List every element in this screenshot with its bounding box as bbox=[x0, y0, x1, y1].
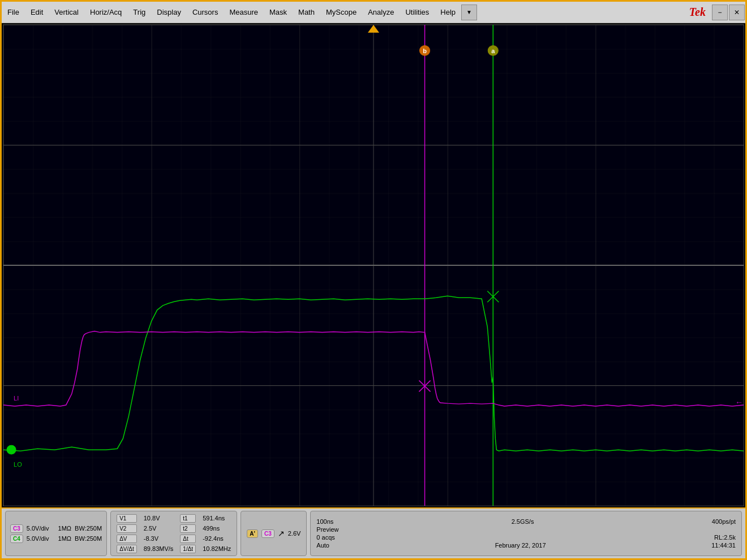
menu-file[interactable]: File bbox=[2, 2, 25, 23]
acq-row-3: 0 acqs RL:2.5k bbox=[316, 534, 736, 541]
t2-value: 499ns bbox=[203, 525, 231, 532]
acq-timebase: 100ns bbox=[316, 518, 333, 525]
c4-bw: BW:250M bbox=[75, 535, 102, 542]
acq-row-2: Preview bbox=[316, 526, 736, 533]
acq-row-1: 100ns 2.5GS/s 400ps/pt bbox=[316, 518, 736, 525]
dv-label: ΔV bbox=[117, 535, 137, 543]
dvdt-label: ΔV/Δt bbox=[117, 545, 137, 553]
trigger-a-prime-badge[interactable]: A' bbox=[247, 529, 258, 538]
menu-vertical[interactable]: Vertical bbox=[49, 2, 84, 23]
trigger-slope-icon: ↗ bbox=[278, 529, 285, 538]
svg-text:LO: LO bbox=[14, 461, 22, 468]
acq-time: 11:44:31 bbox=[711, 542, 736, 549]
c4-scale: 5.0V/div bbox=[27, 535, 49, 542]
svg-text:b: b bbox=[423, 48, 427, 54]
menu-mask[interactable]: Mask bbox=[264, 2, 293, 23]
menu-math[interactable]: Math bbox=[293, 2, 320, 23]
trigger-level: 2.6V bbox=[288, 530, 301, 537]
channel-info-panel: C3 5.0V/div 1MΩ BW:250M C4 5.0V/div 1MΩ … bbox=[5, 511, 107, 556]
trigger-panel: A' C3 ↗ 2.6V bbox=[241, 511, 307, 556]
dv-value: -8.3V bbox=[144, 535, 174, 542]
tek-logo: Tek bbox=[684, 6, 711, 19]
v1-value: 10.8V bbox=[144, 515, 174, 522]
main-window: File Edit Vertical Horiz/Acq Trig Displa… bbox=[0, 0, 747, 560]
menu-edit[interactable]: Edit bbox=[25, 2, 49, 23]
c4-spacer: 1MΩ bbox=[58, 535, 72, 542]
menu-horiz-acq[interactable]: Horiz/Acq bbox=[84, 2, 127, 23]
channel-c3-row: C3 5.0V/div 1MΩ BW:250M bbox=[10, 524, 102, 533]
svg-point-19 bbox=[7, 445, 16, 454]
menu-help[interactable]: Help bbox=[435, 2, 461, 23]
menu-trig[interactable]: Trig bbox=[127, 2, 151, 23]
acq-trigger-mode: Auto bbox=[316, 542, 329, 549]
inv-dt-value: 10.82MHz bbox=[203, 545, 231, 552]
dt-value: -92.4ns bbox=[203, 535, 231, 542]
channel-c4-row: C4 5.0V/div 1MΩ BW:250M bbox=[10, 535, 102, 543]
svg-text:←: ← bbox=[735, 398, 743, 407]
dt-label: Δt bbox=[180, 535, 196, 543]
display-area: b a bbox=[2, 23, 745, 507]
acq-sample-rate: 2.5GS/s bbox=[512, 518, 534, 525]
acq-rl: RL:2.5k bbox=[714, 534, 736, 541]
status-bar: C3 5.0V/div 1MΩ BW:250M C4 5.0V/div 1MΩ … bbox=[2, 507, 745, 558]
menubar: File Edit Vertical Horiz/Acq Trig Displa… bbox=[2, 2, 745, 23]
acq-row-4: Auto February 22, 2017 11:44:31 bbox=[316, 542, 736, 549]
acq-mode: Preview bbox=[316, 526, 338, 533]
minimize-button[interactable]: − bbox=[712, 5, 728, 20]
v1-label: V1 bbox=[117, 514, 137, 523]
waveform-display[interactable]: b a bbox=[3, 24, 744, 506]
svg-text:a: a bbox=[491, 48, 495, 54]
menu-cursors[interactable]: Cursors bbox=[187, 2, 224, 23]
t1-label: t1 bbox=[180, 514, 196, 523]
c4-badge[interactable]: C4 bbox=[10, 535, 23, 543]
inv-dt-label: 1/Δt bbox=[180, 545, 196, 553]
v2-label: V2 bbox=[117, 524, 137, 533]
t1-value: 591.4ns bbox=[203, 515, 231, 522]
t2-label: t2 bbox=[180, 524, 196, 533]
acq-date: February 22, 2017 bbox=[495, 542, 546, 549]
c3-bw: BW:250M bbox=[75, 525, 102, 532]
acq-count: 0 acqs bbox=[316, 534, 334, 541]
trigger-channel-badge[interactable]: C3 bbox=[261, 529, 274, 538]
c3-spacer: 1MΩ bbox=[58, 525, 72, 532]
menu-myscope[interactable]: MyScope bbox=[320, 2, 362, 23]
c3-badge[interactable]: C3 bbox=[10, 524, 23, 533]
menu-measure[interactable]: Measure bbox=[224, 2, 264, 23]
svg-text:LI: LI bbox=[14, 395, 19, 402]
waveform-svg: b a bbox=[3, 25, 744, 506]
acq-resolution: 400ps/pt bbox=[712, 518, 736, 525]
dvdt-value: 89.83MV/s bbox=[144, 545, 174, 552]
menu-utilities[interactable]: Utilities bbox=[400, 2, 435, 23]
c3-scale: 5.0V/div bbox=[27, 525, 49, 532]
acquisition-panel: 100ns 2.5GS/s 400ps/pt Preview 0 acqs RL… bbox=[310, 511, 742, 556]
menu-display[interactable]: Display bbox=[151, 2, 187, 23]
menu-dropdown-button[interactable]: ▼ bbox=[461, 5, 477, 20]
v2-value: 2.5V bbox=[144, 525, 174, 532]
measurements-panel: V1 10.8V t1 591.4ns V2 2.5V t2 499ns ΔV … bbox=[110, 511, 237, 556]
menu-analyze[interactable]: Analyze bbox=[362, 2, 400, 23]
close-button[interactable]: ✕ bbox=[729, 5, 745, 20]
